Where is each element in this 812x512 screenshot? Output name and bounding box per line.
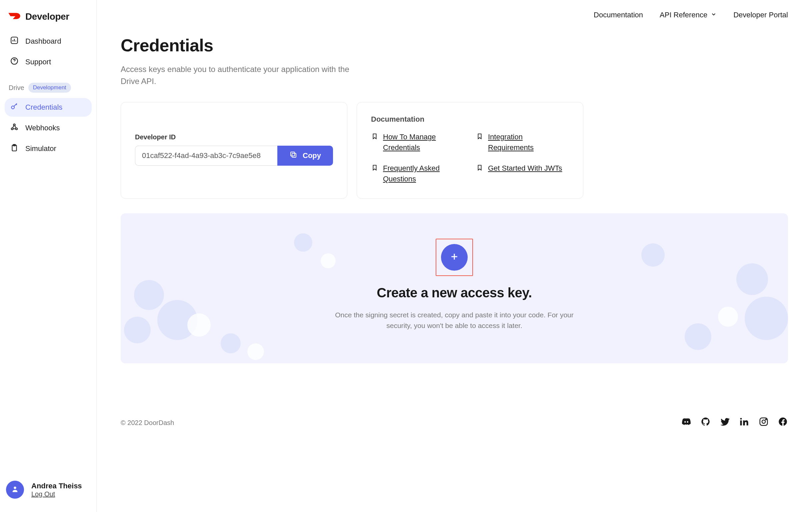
copy-label: Copy bbox=[303, 151, 321, 160]
documentation-card: Documentation How To Manage Credentials … bbox=[357, 102, 583, 199]
sidebar-item-label: Credentials bbox=[25, 103, 62, 112]
svg-rect-10 bbox=[291, 152, 295, 156]
page-subtitle: Access keys enable you to authenticate y… bbox=[121, 63, 361, 87]
environment-badge[interactable]: Development bbox=[28, 83, 71, 93]
footer: © 2022 DoorDash bbox=[121, 417, 788, 427]
docs-card-title: Documentation bbox=[371, 115, 569, 124]
docs-links-grid: How To Manage Credentials Integration Re… bbox=[371, 132, 569, 184]
sidebar-item-label: Webhooks bbox=[25, 124, 60, 132]
topnav-documentation[interactable]: Documentation bbox=[594, 11, 643, 19]
chevron-down-icon bbox=[710, 11, 717, 19]
doc-link-text[interactable]: Integration Requirements bbox=[488, 132, 569, 153]
doc-link-text[interactable]: Get Started With JWTs bbox=[488, 163, 562, 174]
topnav-label: Documentation bbox=[594, 11, 643, 19]
sidebar-item-webhooks[interactable]: Webhooks bbox=[5, 119, 92, 137]
developer-id-row: Copy bbox=[135, 146, 333, 166]
topnav-label: API Reference bbox=[660, 11, 707, 19]
question-circle-icon bbox=[10, 57, 19, 67]
topnav-developer-portal[interactable]: Developer Portal bbox=[733, 11, 788, 19]
bookmark-icon bbox=[476, 163, 483, 173]
social-links bbox=[682, 417, 788, 427]
clipboard-icon bbox=[10, 143, 19, 154]
sidebar-item-dashboard[interactable]: Dashboard bbox=[5, 32, 92, 51]
create-title: Create a new access key. bbox=[377, 285, 532, 300]
bookmark-icon bbox=[476, 132, 483, 141]
developer-id-input[interactable] bbox=[135, 146, 277, 166]
chart-bar-icon bbox=[10, 36, 19, 47]
svg-point-13 bbox=[766, 419, 767, 420]
plus-icon bbox=[450, 252, 459, 263]
sidebar-item-support[interactable]: Support bbox=[5, 53, 92, 71]
brand-name: Developer bbox=[25, 11, 69, 22]
sidebar-item-label: Support bbox=[25, 58, 51, 66]
top-nav: Documentation API Reference Developer Po… bbox=[121, 0, 788, 30]
instagram-icon[interactable] bbox=[759, 417, 768, 427]
page-title: Credentials bbox=[121, 35, 788, 55]
logo[interactable]: Developer bbox=[5, 7, 92, 32]
svg-point-2 bbox=[11, 106, 14, 109]
user-name: Andrea Theiss bbox=[31, 482, 82, 490]
developer-id-label: Developer ID bbox=[135, 133, 333, 141]
copy-icon bbox=[289, 151, 297, 161]
create-access-key-button[interactable] bbox=[441, 244, 468, 271]
doordash-logo-icon bbox=[8, 13, 21, 21]
sidebar: Developer Dashboard Support Drive Develo… bbox=[0, 0, 97, 512]
sidebar-section-drive: Drive Development bbox=[5, 81, 92, 96]
svg-rect-9 bbox=[292, 153, 296, 157]
sidebar-item-label: Simulator bbox=[25, 144, 56, 153]
doc-link-manage-credentials: How To Manage Credentials bbox=[371, 132, 464, 153]
create-access-key-panel: Create a new access key. Once the signin… bbox=[121, 213, 788, 363]
sidebar-footer: Andrea Theiss Log Out bbox=[5, 477, 92, 503]
create-subtitle: Once the signing secret is created, copy… bbox=[328, 310, 581, 331]
developer-id-card: Developer ID Copy bbox=[121, 102, 347, 199]
doc-link-text[interactable]: How To Manage Credentials bbox=[383, 132, 464, 153]
sidebar-item-credentials[interactable]: Credentials bbox=[5, 98, 92, 117]
linkedin-icon[interactable] bbox=[740, 417, 749, 427]
primary-nav: Dashboard Support Drive Development Cred… bbox=[5, 32, 92, 158]
twitter-icon[interactable] bbox=[720, 417, 730, 427]
doc-link-jwts: Get Started With JWTs bbox=[476, 163, 569, 184]
svg-point-12 bbox=[762, 420, 765, 423]
cards-row: Developer ID Copy Documentation How To M… bbox=[121, 102, 788, 199]
discord-icon[interactable] bbox=[682, 417, 691, 427]
facebook-icon[interactable] bbox=[778, 417, 788, 427]
bookmark-icon bbox=[371, 132, 378, 141]
doc-link-text[interactable]: Frequently Asked Questions bbox=[383, 163, 464, 184]
webhook-icon bbox=[10, 123, 19, 133]
logout-link[interactable]: Log Out bbox=[31, 490, 55, 498]
user-avatar[interactable] bbox=[6, 481, 24, 499]
topnav-label: Developer Portal bbox=[733, 11, 788, 19]
svg-point-8 bbox=[14, 487, 16, 489]
topnav-api-reference[interactable]: API Reference bbox=[660, 11, 717, 19]
github-icon[interactable] bbox=[701, 417, 710, 427]
sidebar-item-simulator[interactable]: Simulator bbox=[5, 139, 92, 158]
user-meta: Andrea Theiss Log Out bbox=[31, 482, 82, 498]
section-label: Drive bbox=[9, 84, 24, 92]
copyright: © 2022 DoorDash bbox=[121, 419, 174, 427]
create-key-highlight-box bbox=[436, 239, 473, 276]
doc-link-faq: Frequently Asked Questions bbox=[371, 163, 464, 184]
sidebar-item-label: Dashboard bbox=[25, 37, 61, 46]
person-icon bbox=[11, 485, 19, 494]
copy-button[interactable]: Copy bbox=[277, 146, 333, 166]
key-icon bbox=[10, 102, 19, 113]
bookmark-icon bbox=[371, 163, 378, 173]
main-content: Documentation API Reference Developer Po… bbox=[97, 0, 812, 512]
doc-link-integration-requirements: Integration Requirements bbox=[476, 132, 569, 153]
